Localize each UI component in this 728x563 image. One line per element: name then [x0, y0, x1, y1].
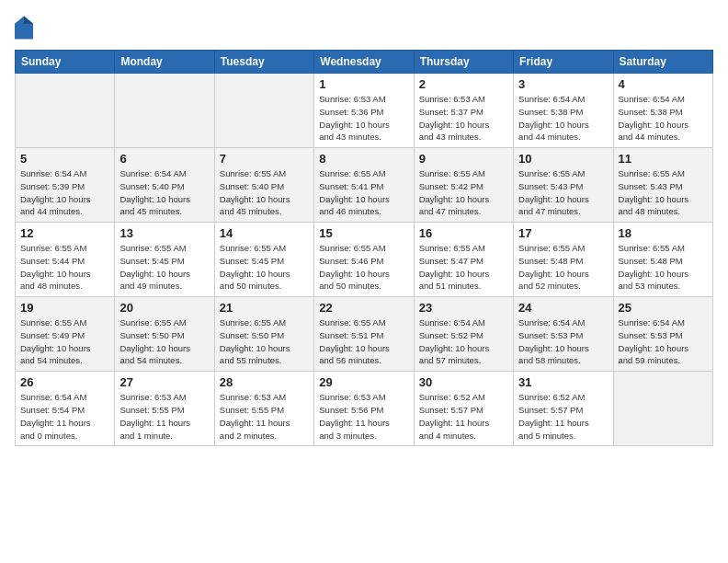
day-number: 14: [220, 226, 309, 240]
day-info: Sunrise: 6:52 AM Sunset: 5:57 PM Dayligh…: [518, 391, 608, 442]
calendar-cell: 23Sunrise: 6:54 AM Sunset: 5:52 PM Dayli…: [414, 297, 513, 372]
day-info: Sunrise: 6:55 AM Sunset: 5:41 PM Dayligh…: [319, 167, 408, 218]
calendar-cell: [16, 74, 115, 148]
calendar-cell: 22Sunrise: 6:55 AM Sunset: 5:51 PM Dayli…: [314, 297, 414, 372]
day-info: Sunrise: 6:55 AM Sunset: 5:43 PM Dayligh…: [518, 167, 608, 218]
day-number: 20: [119, 301, 209, 315]
calendar-cell: 9Sunrise: 6:55 AM Sunset: 5:42 PM Daylig…: [414, 148, 513, 223]
calendar-cell: 17Sunrise: 6:55 AM Sunset: 5:48 PM Dayli…: [514, 223, 613, 297]
day-number: 4: [619, 77, 708, 91]
calendar-week-row: 19Sunrise: 6:55 AM Sunset: 5:49 PM Dayli…: [16, 297, 713, 372]
day-info: Sunrise: 6:53 AM Sunset: 5:37 PM Dayligh…: [419, 93, 508, 144]
day-number: 7: [220, 152, 309, 166]
calendar-cell: 10Sunrise: 6:55 AM Sunset: 5:43 PM Dayli…: [514, 148, 613, 223]
calendar-week-row: 26Sunrise: 6:54 AM Sunset: 5:54 PM Dayli…: [16, 372, 713, 446]
day-number: 8: [319, 152, 408, 166]
day-info: Sunrise: 6:54 AM Sunset: 5:52 PM Dayligh…: [419, 316, 508, 367]
day-number: 12: [20, 226, 109, 240]
day-info: Sunrise: 6:54 AM Sunset: 5:38 PM Dayligh…: [518, 93, 608, 144]
day-number: 28: [220, 375, 309, 389]
day-info: Sunrise: 6:55 AM Sunset: 5:40 PM Dayligh…: [220, 167, 309, 218]
calendar-cell: [613, 372, 712, 446]
calendar-cell: 13Sunrise: 6:55 AM Sunset: 5:45 PM Dayli…: [115, 223, 214, 297]
calendar-cell: 2Sunrise: 6:53 AM Sunset: 5:37 PM Daylig…: [414, 74, 513, 148]
day-info: Sunrise: 6:54 AM Sunset: 5:40 PM Dayligh…: [119, 167, 209, 218]
calendar-cell: 8Sunrise: 6:55 AM Sunset: 5:41 PM Daylig…: [314, 148, 414, 223]
day-number: 9: [419, 152, 508, 166]
day-number: 24: [518, 301, 608, 315]
day-info: Sunrise: 6:55 AM Sunset: 5:50 PM Dayligh…: [220, 316, 309, 367]
calendar-cell: 28Sunrise: 6:53 AM Sunset: 5:55 PM Dayli…: [214, 372, 313, 446]
calendar-cell: 16Sunrise: 6:55 AM Sunset: 5:47 PM Dayli…: [414, 223, 513, 297]
day-info: Sunrise: 6:53 AM Sunset: 5:55 PM Dayligh…: [119, 391, 209, 442]
day-info: Sunrise: 6:55 AM Sunset: 5:44 PM Dayligh…: [20, 242, 109, 293]
day-info: Sunrise: 6:55 AM Sunset: 5:48 PM Dayligh…: [619, 242, 708, 293]
day-number: 21: [220, 301, 309, 315]
calendar-cell: 31Sunrise: 6:52 AM Sunset: 5:57 PM Dayli…: [514, 372, 613, 446]
day-info: Sunrise: 6:55 AM Sunset: 5:47 PM Dayligh…: [419, 242, 508, 293]
day-number: 3: [518, 77, 608, 91]
weekday-header: Wednesday: [314, 51, 414, 74]
day-number: 23: [419, 301, 508, 315]
day-info: Sunrise: 6:55 AM Sunset: 5:51 PM Dayligh…: [319, 316, 408, 367]
day-number: 15: [319, 226, 408, 240]
calendar-cell: 5Sunrise: 6:54 AM Sunset: 5:39 PM Daylig…: [16, 148, 115, 223]
calendar-cell: 30Sunrise: 6:52 AM Sunset: 5:57 PM Dayli…: [414, 372, 513, 446]
day-info: Sunrise: 6:55 AM Sunset: 5:45 PM Dayligh…: [220, 242, 309, 293]
calendar-cell: 24Sunrise: 6:54 AM Sunset: 5:53 PM Dayli…: [514, 297, 613, 372]
day-info: Sunrise: 6:55 AM Sunset: 5:42 PM Dayligh…: [419, 167, 508, 218]
calendar-week-row: 1Sunrise: 6:53 AM Sunset: 5:36 PM Daylig…: [16, 74, 713, 148]
calendar-cell: 1Sunrise: 6:53 AM Sunset: 5:36 PM Daylig…: [314, 74, 414, 148]
weekday-row: SundayMondayTuesdayWednesdayThursdayFrid…: [16, 51, 713, 74]
weekday-header: Monday: [115, 51, 214, 74]
day-info: Sunrise: 6:54 AM Sunset: 5:38 PM Dayligh…: [619, 93, 708, 144]
calendar-cell: 14Sunrise: 6:55 AM Sunset: 5:45 PM Dayli…: [214, 223, 313, 297]
svg-marker-1: [24, 17, 33, 24]
day-number: 1: [319, 77, 408, 91]
day-info: Sunrise: 6:54 AM Sunset: 5:54 PM Dayligh…: [20, 391, 109, 442]
calendar-cell: 12Sunrise: 6:55 AM Sunset: 5:44 PM Dayli…: [16, 223, 115, 297]
day-number: 5: [20, 152, 109, 166]
weekday-header: Sunday: [16, 51, 115, 74]
day-number: 27: [119, 375, 209, 389]
day-number: 18: [619, 226, 708, 240]
calendar-cell: 20Sunrise: 6:55 AM Sunset: 5:50 PM Dayli…: [115, 297, 214, 372]
logo-icon: [15, 15, 33, 40]
day-info: Sunrise: 6:54 AM Sunset: 5:39 PM Dayligh…: [20, 167, 109, 218]
calendar-cell: 26Sunrise: 6:54 AM Sunset: 5:54 PM Dayli…: [16, 372, 115, 446]
day-info: Sunrise: 6:54 AM Sunset: 5:53 PM Dayligh…: [518, 316, 608, 367]
day-info: Sunrise: 6:53 AM Sunset: 5:56 PM Dayligh…: [319, 391, 408, 442]
page-header: [15, 15, 713, 40]
calendar-cell: 15Sunrise: 6:55 AM Sunset: 5:46 PM Dayli…: [314, 223, 414, 297]
calendar-cell: [115, 74, 214, 148]
day-info: Sunrise: 6:55 AM Sunset: 5:50 PM Dayligh…: [119, 316, 209, 367]
calendar-cell: 18Sunrise: 6:55 AM Sunset: 5:48 PM Dayli…: [613, 223, 712, 297]
calendar-cell: 19Sunrise: 6:55 AM Sunset: 5:49 PM Dayli…: [16, 297, 115, 372]
calendar-body: 1Sunrise: 6:53 AM Sunset: 5:36 PM Daylig…: [16, 74, 713, 446]
weekday-header: Tuesday: [214, 51, 313, 74]
weekday-header: Thursday: [414, 51, 513, 74]
calendar-cell: 25Sunrise: 6:54 AM Sunset: 5:53 PM Dayli…: [613, 297, 712, 372]
weekday-header: Friday: [514, 51, 613, 74]
calendar-cell: [214, 74, 313, 148]
day-number: 30: [419, 375, 508, 389]
logo: [15, 15, 37, 40]
day-number: 25: [619, 301, 708, 315]
calendar-cell: 27Sunrise: 6:53 AM Sunset: 5:55 PM Dayli…: [115, 372, 214, 446]
day-number: 17: [518, 226, 608, 240]
day-number: 10: [518, 152, 608, 166]
day-number: 16: [419, 226, 508, 240]
day-number: 6: [119, 152, 209, 166]
day-info: Sunrise: 6:55 AM Sunset: 5:46 PM Dayligh…: [319, 242, 408, 293]
day-info: Sunrise: 6:52 AM Sunset: 5:57 PM Dayligh…: [419, 391, 508, 442]
day-info: Sunrise: 6:53 AM Sunset: 5:36 PM Dayligh…: [319, 93, 408, 144]
day-info: Sunrise: 6:55 AM Sunset: 5:45 PM Dayligh…: [119, 242, 209, 293]
day-number: 29: [319, 375, 408, 389]
weekday-header: Saturday: [613, 51, 712, 74]
day-number: 2: [419, 77, 508, 91]
calendar-table: SundayMondayTuesdayWednesdayThursdayFrid…: [15, 50, 713, 446]
day-info: Sunrise: 6:54 AM Sunset: 5:53 PM Dayligh…: [619, 316, 708, 367]
calendar-cell: 29Sunrise: 6:53 AM Sunset: 5:56 PM Dayli…: [314, 372, 414, 446]
calendar-cell: 4Sunrise: 6:54 AM Sunset: 5:38 PM Daylig…: [613, 74, 712, 148]
day-info: Sunrise: 6:53 AM Sunset: 5:55 PM Dayligh…: [220, 391, 309, 442]
